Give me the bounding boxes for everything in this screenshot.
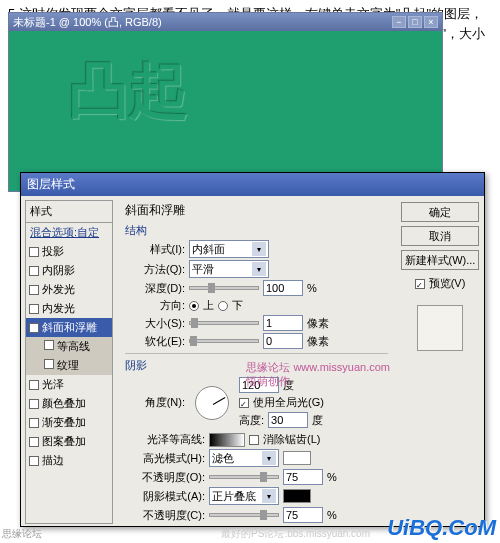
canvas-emboss-text: 凸起: [69, 51, 189, 132]
altitude-label: 高度:: [239, 413, 264, 428]
highlight-color-swatch[interactable]: [283, 451, 311, 465]
style-item-drop-shadow[interactable]: 投影: [26, 242, 112, 261]
highlight-opacity-slider[interactable]: [209, 475, 279, 479]
depth-unit: %: [307, 282, 317, 294]
shadow-color-swatch[interactable]: [283, 489, 311, 503]
panel-title: 斜面和浮雕: [125, 202, 388, 219]
structure-heading: 结构: [125, 223, 388, 238]
ok-button[interactable]: 确定: [401, 202, 479, 222]
soften-unit: 像素: [307, 334, 329, 349]
soften-slider[interactable]: [189, 339, 259, 343]
size-unit: 像素: [307, 316, 329, 331]
window-titlebar: 未标题-1 @ 100% (凸, RGB/8) − □ ×: [9, 13, 442, 31]
shadow-opacity-label: 不透明度(C):: [125, 508, 205, 523]
chevron-down-icon: ▾: [252, 242, 266, 256]
shadow-opacity-slider[interactable]: [209, 513, 279, 517]
depth-slider[interactable]: [189, 286, 259, 290]
style-sub-contour[interactable]: 等高线: [26, 337, 112, 356]
style-item-inner-shadow[interactable]: 内阴影: [26, 261, 112, 280]
direction-label: 方向:: [125, 298, 185, 313]
depth-input[interactable]: [263, 280, 303, 296]
gloss-contour-label: 光泽等高线:: [125, 432, 205, 447]
layer-style-dialog: 图层样式 样式 混合选项:自定 投影 内阴影 外发光 内发光 斜面和浮雕 等高线…: [20, 172, 485, 527]
direction-up-radio[interactable]: [189, 301, 199, 311]
window-title: 未标题-1 @ 100% (凸, RGB/8): [13, 15, 162, 30]
maximize-icon[interactable]: □: [408, 16, 422, 28]
style-item-satin[interactable]: 光泽: [26, 375, 112, 394]
shadow-mode-select[interactable]: 正片叠底▾: [209, 487, 279, 505]
brand-logo: UiBQ.CoM: [387, 515, 496, 541]
style-item-gradient-overlay[interactable]: 渐变叠加: [26, 413, 112, 432]
direction-down-radio[interactable]: [218, 301, 228, 311]
gloss-contour-picker[interactable]: [209, 433, 245, 447]
style-label: 样式(I):: [125, 242, 185, 257]
blend-options-link[interactable]: 混合选项:自定: [26, 223, 112, 242]
chevron-down-icon: ▾: [262, 451, 276, 465]
shadow-opacity-input[interactable]: [283, 507, 323, 523]
chevron-down-icon: ▾: [262, 489, 276, 503]
footer-credit: 最好的PS论坛:bbs.missyuan.com: [221, 527, 370, 541]
style-item-bevel-emboss[interactable]: 斜面和浮雕: [26, 318, 112, 337]
style-item-inner-glow[interactable]: 内发光: [26, 299, 112, 318]
photoshop-window: 未标题-1 @ 100% (凸, RGB/8) − □ × 凸起: [8, 12, 443, 192]
footer-text: 思缘论坛: [2, 527, 42, 541]
style-item-pattern-overlay[interactable]: 图案叠加: [26, 432, 112, 451]
style-list-header: 样式: [26, 201, 112, 223]
shadow-mode-label: 阴影模式(A):: [125, 489, 205, 504]
size-slider[interactable]: [189, 321, 259, 325]
minimize-icon[interactable]: −: [392, 16, 406, 28]
highlight-opacity-label: 不透明度(O):: [125, 470, 205, 485]
style-item-stroke[interactable]: 描边: [26, 451, 112, 470]
dialog-title: 图层样式: [21, 173, 484, 196]
style-select[interactable]: 内斜面▾: [189, 240, 269, 258]
highlight-opacity-input[interactable]: [283, 469, 323, 485]
angle-dial[interactable]: [195, 386, 229, 420]
highlight-mode-select[interactable]: 滤色▾: [209, 449, 279, 467]
soften-label: 软化(E):: [125, 334, 185, 349]
anti-alias-checkbox[interactable]: [249, 435, 259, 445]
close-icon[interactable]: ×: [424, 16, 438, 28]
cancel-button[interactable]: 取消: [401, 226, 479, 246]
depth-label: 深度(D):: [125, 281, 185, 296]
canvas-area: 凸起: [9, 31, 442, 191]
dialog-buttons-panel: 确定 取消 新建样式(W)... 预览(V): [396, 196, 484, 528]
highlight-mode-label: 高光模式(H):: [125, 451, 205, 466]
size-label: 大小(S):: [125, 316, 185, 331]
size-input[interactable]: [263, 315, 303, 331]
style-sub-texture[interactable]: 纹理: [26, 356, 112, 375]
altitude-input[interactable]: [268, 412, 308, 428]
global-light-checkbox[interactable]: [239, 398, 249, 408]
new-style-button[interactable]: 新建样式(W)...: [401, 250, 479, 270]
style-list-panel: 样式 混合选项:自定 投影 内阴影 外发光 内发光 斜面和浮雕 等高线 纹理 光…: [25, 200, 113, 524]
technique-label: 方法(Q):: [125, 262, 185, 277]
preview-checkbox[interactable]: [415, 279, 425, 289]
preview-swatch: [417, 305, 463, 351]
style-item-color-overlay[interactable]: 颜色叠加: [26, 394, 112, 413]
technique-select[interactable]: 平滑▾: [189, 260, 269, 278]
style-item-outer-glow[interactable]: 外发光: [26, 280, 112, 299]
chevron-down-icon: ▾: [252, 262, 266, 276]
watermark: 思缘论坛 www.missyuan.com 悟萌创作: [246, 360, 390, 388]
soften-input[interactable]: [263, 333, 303, 349]
angle-label: 角度(N):: [125, 395, 185, 410]
